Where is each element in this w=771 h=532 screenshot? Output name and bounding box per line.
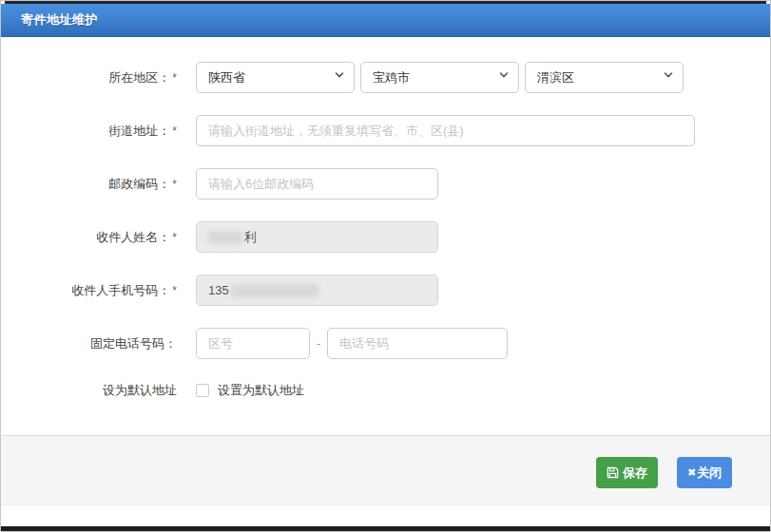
redacted-text-blur [231, 284, 318, 297]
postcode-input[interactable] [196, 168, 438, 200]
area-code-input[interactable] [196, 328, 310, 359]
form-body: 所在地区：* 陕西省 宝鸡市 渭滨区 [1, 37, 770, 435]
landline-row: 固定电话号码： - [1, 328, 770, 359]
address-maintenance-dialog: 寄件地址维护 所在地区：* 陕西省 宝鸡市 [0, 0, 771, 532]
redacted-text-blur [208, 231, 242, 244]
phone-number-input[interactable] [327, 328, 508, 359]
required-asterisk: * [172, 178, 177, 191]
save-button[interactable]: 保存 [596, 457, 658, 488]
street-row: 街道地址：* [1, 115, 770, 146]
required-asterisk: * [172, 124, 177, 138]
region-label: 所在地区：* [1, 69, 177, 86]
dialog-footer: 保存 ✖ 关闭 [1, 435, 770, 506]
save-button-label: 保存 [623, 465, 647, 482]
dialog-header: 寄件地址维护 [1, 4, 770, 37]
city-select[interactable]: 宝鸡市 [360, 62, 519, 93]
province-select[interactable]: 陕西省 [196, 62, 355, 93]
default-address-label: 设为默认地址 [1, 382, 177, 399]
region-row: 所在地区：* 陕西省 宝鸡市 渭滨区 [1, 62, 770, 93]
postcode-label: 邮政编码：* [1, 176, 177, 193]
recipient-mobile-visible-text: 135 [208, 283, 229, 297]
recipient-name-field: 利 [196, 221, 438, 253]
recipient-mobile-field: 135 [196, 275, 438, 306]
dialog-title: 寄件地址维护 [21, 11, 98, 28]
bottom-white-strip [1, 506, 770, 526]
recipient-name-row: 收件人姓名：* 利 [1, 221, 770, 253]
dash-separator: - [317, 336, 320, 351]
default-address-checkbox[interactable] [196, 384, 209, 397]
floppy-save-icon [607, 466, 619, 479]
close-button-label: 关闭 [697, 465, 722, 482]
default-address-row: 设为默认地址 设置为默认地址 [1, 381, 770, 400]
required-asterisk: * [172, 284, 177, 297]
district-select[interactable]: 渭滨区 [525, 62, 684, 93]
recipient-name-visible-text: 利 [244, 229, 257, 246]
default-address-checkbox-label[interactable]: 设置为默认地址 [218, 382, 304, 399]
landline-label: 固定电话号码： [1, 335, 177, 352]
required-asterisk: * [172, 231, 177, 244]
recipient-mobile-label: 收件人手机号码：* [1, 282, 177, 299]
recipient-name-label: 收件人姓名：* [1, 229, 177, 246]
street-label: 街道地址：* [1, 123, 177, 140]
close-button[interactable]: ✖ 关闭 [677, 457, 732, 488]
postcode-row: 邮政编码：* [1, 168, 770, 200]
required-asterisk: * [172, 71, 177, 85]
close-x-icon: ✖ [687, 466, 696, 479]
recipient-mobile-row: 收件人手机号码：* 135 [1, 275, 770, 306]
bottom-dark-bar [1, 526, 770, 532]
street-address-input[interactable] [196, 115, 695, 146]
